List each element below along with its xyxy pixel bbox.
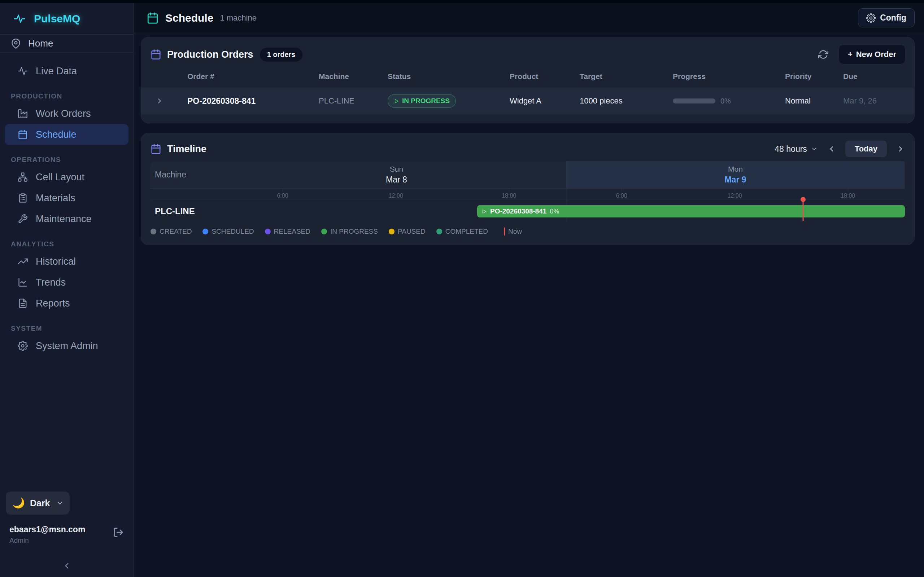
day-header-sun: Sun Mar 8 [227,161,566,188]
clipboard-icon [18,193,28,203]
gantt-bar-progress: 0% [550,208,559,215]
sidebar: PulseMQ Home Live Data PRODUCTION Work O… [0,0,134,577]
sidebar-item-maintenance[interactable]: Maintenance [5,208,129,229]
sidebar-item-label: Home [28,38,53,49]
tick-label: 18:00 [841,193,855,199]
table-row[interactable]: PO-20260308-841 PLC-LINE IN PROGRESS Wid… [141,88,914,114]
file-text-icon [18,298,28,308]
sidebar-item-historical[interactable]: Historical [5,251,129,272]
sidebar-item-label: Live Data [36,66,77,77]
sidebar-collapse-button[interactable] [0,561,133,571]
today-button[interactable]: Today [845,141,887,157]
tick-label: 18:00 [502,193,516,199]
orders-table-header: Order # Machine Status Product Target Pr… [150,68,905,85]
sidebar-footer: 🌙 Dark ebaars1@msn.com Admin [0,492,133,577]
sidebar-item-schedule[interactable]: Schedule [5,124,129,145]
wrench-icon [18,214,28,224]
status-badge: IN PROGRESS [388,94,456,108]
progress-bar [673,98,716,103]
machine-column-header: Machine [150,161,227,188]
config-label: Config [880,13,906,23]
calendar-icon [150,49,162,60]
col-priority: Priority [785,72,843,81]
hierarchy-icon [18,172,28,182]
timeline-controls: 48 hours Today [775,141,905,157]
logout-icon[interactable] [113,527,124,538]
theme-toggle[interactable]: 🌙 Dark [6,492,69,515]
sidebar-item-work-orders[interactable]: Work Orders [5,103,129,124]
sidebar-item-materials[interactable]: Materials [5,187,129,208]
sidebar-item-trends[interactable]: Trends [5,272,129,293]
tick-gridline [509,189,509,192]
page-title: Schedule [165,12,213,24]
timeline-title: Timeline [167,143,207,155]
next-button[interactable] [896,145,905,153]
day-header-band: Machine Sun Mar 8 Mon Mar 9 [150,161,905,189]
sidebar-item-label: Cell Layout [36,172,84,183]
col-progress: Progress [673,72,785,81]
sidebar-item-label: Trends [36,277,66,288]
timeline-grid: Machine Sun Mar 8 Mon Mar 9 [150,161,905,222]
sidebar-item-reports[interactable]: Reports [5,293,129,314]
order-due: Mar 9, 26 [843,96,905,106]
refresh-icon[interactable] [818,49,828,60]
tick-label: 6:00 [277,193,288,199]
gear-icon [18,341,28,351]
orders-count-badge: 1 orders [260,48,303,62]
chevron-down-icon [811,145,818,153]
tick-gridline [622,189,622,192]
sidebar-item-label: Maintenance [36,213,92,225]
play-icon [394,98,399,104]
now-marker-dot [801,197,806,202]
gantt-bar-label: PO-20260308-841 [490,207,546,215]
new-order-button[interactable]: + New Order [839,45,905,64]
play-icon [481,209,487,214]
order-product: Widget A [510,96,580,106]
day-header-mon: Mon Mar 9 [566,161,905,188]
chevron-right-icon[interactable] [155,97,187,105]
brand-name: PulseMQ [34,13,80,25]
sidebar-item-label: Schedule [36,129,76,140]
prev-button[interactable] [827,145,836,153]
brand-logo: PulseMQ [0,3,133,35]
timeline-legend: CREATED SCHEDULED RELEASED IN PROGRESS P… [150,226,905,237]
tick-gridline [396,189,396,192]
order-priority: Normal [785,96,843,106]
line-chart-icon [18,277,28,287]
chevron-left-icon [62,561,71,571]
config-button[interactable]: Config [858,8,914,27]
sidebar-item-live-data[interactable]: Live Data [5,61,129,82]
sidebar-item-label: Reports [36,298,70,309]
production-orders-card: Production Orders 1 orders + New Order O… [141,37,914,123]
range-label: 48 hours [775,144,807,154]
user-block: ebaars1@msn.com Admin [0,525,133,545]
orders-title: Production Orders [167,49,254,60]
legend-completed: COMPLETED [436,227,488,235]
sidebar-section-analytics: ANALYTICS [11,240,133,248]
tick-gridline [735,189,735,192]
col-product: Product [510,72,580,81]
sidebar-item-system-admin[interactable]: System Admin [5,335,129,356]
tick-label: 12:00 [389,193,403,199]
tick-row: 6:00 12:00 18:00 6:00 12:00 18:00 [150,189,905,200]
legend-scheduled: SCHEDULED [202,227,254,235]
calendar-icon [147,12,159,24]
sidebar-section-production: PRODUCTION [11,92,133,100]
user-role: Admin [10,537,85,545]
pulse-logo-icon [12,13,27,25]
range-dropdown[interactable]: 48 hours [775,144,818,154]
sidebar-section-operations: OPERATIONS [11,156,133,164]
col-status: Status [388,72,510,81]
main-content: Schedule 1 machine Config Production Ord… [134,0,924,577]
sidebar-item-label: Materials [36,193,76,204]
now-marker-line [803,199,804,221]
now-tick [504,227,505,235]
sidebar-item-label: Work Orders [36,108,91,119]
plus-icon: + [848,50,853,59]
gantt-bar[interactable]: PO-20260308-841 0% [477,205,905,218]
activity-icon [18,66,28,76]
sidebar-item-cell-layout[interactable]: Cell Layout [5,167,129,187]
sidebar-item-home[interactable]: Home [0,35,133,53]
col-machine: Machine [319,72,388,81]
legend-created: CREATED [150,227,192,235]
